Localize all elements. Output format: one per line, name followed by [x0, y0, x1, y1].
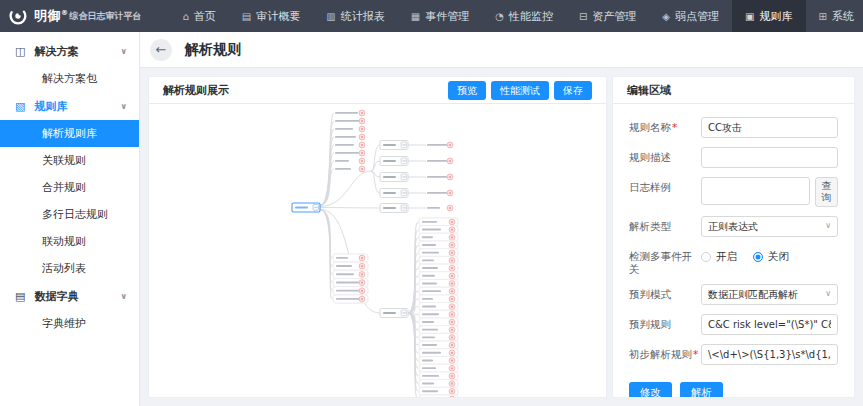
tree-leaf-node[interactable]: [419, 341, 458, 349]
tree-leaf-node[interactable]: [419, 287, 458, 295]
tree-leaf-label: [422, 344, 437, 346]
nav-item-reports[interactable]: ▥统计报表: [313, 0, 397, 32]
sidebar-item-multiline-log-rules[interactable]: 多行日志规则: [0, 201, 139, 228]
rule-tree-canvas[interactable]: [149, 104, 606, 397]
tree-leaf-node[interactable]: [419, 256, 458, 264]
tree-leaf-node[interactable]: [427, 142, 453, 148]
save-button[interactable]: 保存: [554, 81, 592, 100]
tree-leaf-node[interactable]: [419, 333, 458, 341]
sidebar-item-linkage-rules[interactable]: 联动规则: [0, 228, 139, 255]
tree-leaf-label: [422, 367, 436, 369]
chevron-down-icon: ∨: [121, 47, 128, 56]
sidebar-group-data-dictionary[interactable]: ▤ 数据字典 ∨: [0, 282, 139, 310]
tree-leaf-node[interactable]: [333, 262, 368, 270]
back-button[interactable]: ←: [150, 39, 172, 61]
tree-leaf-node[interactable]: [419, 233, 458, 241]
preview-button[interactable]: 预览: [448, 81, 486, 100]
tree-leaf-node[interactable]: [419, 326, 458, 334]
tree-leaf-node[interactable]: [419, 279, 458, 287]
tree-leaf-node[interactable]: [419, 226, 458, 234]
tree-leaf-node[interactable]: [333, 295, 368, 303]
nav-item-system[interactable]: ⊞系统: [806, 0, 863, 32]
tree-leaf-label: [422, 290, 441, 292]
radio-option-on[interactable]: 开启: [701, 250, 737, 264]
tree-branch-node[interactable]: [380, 189, 408, 198]
tree-leaf-node[interactable]: [419, 310, 458, 318]
tree-leaf-node[interactable]: [419, 295, 458, 303]
tree-leaf-node[interactable]: [419, 241, 458, 249]
required-asterisk: *: [693, 348, 698, 360]
modify-button[interactable]: 修改: [629, 382, 672, 397]
sidebar-item-activity-list[interactable]: 活动列表: [0, 255, 139, 282]
sidebar-item-solution-pack[interactable]: 解决方案包: [0, 65, 139, 92]
sidebar-item-merge-rules[interactable]: 合并规则: [0, 174, 139, 201]
tree-branch-node[interactable]: [380, 309, 408, 318]
tree-leaf-node[interactable]: [333, 254, 368, 262]
solutions-icon: ◫: [15, 45, 25, 58]
tree-branch-node[interactable]: [380, 204, 408, 213]
nav-item-rulebase[interactable]: ▣规则库: [732, 0, 805, 32]
tree-leaf-node[interactable]: [333, 278, 368, 286]
tree-leaf-node[interactable]: [419, 395, 458, 397]
tree-leaf-node[interactable]: [335, 166, 365, 172]
tree-leaf-node[interactable]: [333, 270, 368, 278]
tree-leaf-node[interactable]: [419, 380, 458, 388]
tree-leaf-node[interactable]: [335, 118, 365, 124]
tree-leaf-node[interactable]: [419, 303, 458, 311]
nav-item-weakness[interactable]: ◈弱点管理: [649, 0, 732, 32]
tree-leaf-node[interactable]: [419, 387, 458, 395]
tree-leaf-node[interactable]: [427, 158, 453, 164]
tree-branch-node[interactable]: [380, 173, 408, 182]
tree-leaf-node[interactable]: [419, 218, 458, 226]
tree-leaf-label: [422, 252, 439, 254]
nav-item-audit-overview[interactable]: ▤审计概要: [229, 0, 313, 32]
sidebar-item-correlation-rules[interactable]: 关联规则: [0, 147, 139, 174]
sidebar-group-solutions[interactable]: ◫ 解决方案 ∨: [0, 37, 139, 65]
tree-leaf-node[interactable]: [335, 150, 365, 156]
initial-parse-rule-input[interactable]: [701, 344, 838, 365]
query-button[interactable]: 查询: [815, 177, 838, 207]
tree-leaf-node[interactable]: [427, 190, 453, 196]
sidebar-group-rulebase[interactable]: ▧ 规则库 ∨: [0, 92, 139, 120]
tree-leaf-node[interactable]: [335, 142, 365, 148]
radio-option-off[interactable]: 关闭: [753, 250, 789, 264]
tree-leaf-label: [422, 267, 438, 269]
tree-leaf-node[interactable]: [333, 287, 368, 295]
nav-item-home[interactable]: ⌂首页: [170, 0, 229, 32]
parse-type-select[interactable]: 正则表达式 ∨: [701, 216, 838, 237]
performance-test-button[interactable]: 性能测试: [491, 81, 549, 100]
tree-leaf-node[interactable]: [335, 110, 365, 116]
tree-leaf-node[interactable]: [419, 364, 458, 372]
rule-desc-input[interactable]: [701, 147, 838, 168]
tree-leaf-label: [335, 168, 351, 170]
nav-item-events[interactable]: ▦事件管理: [398, 0, 482, 32]
rule-name-input[interactable]: [701, 117, 838, 138]
tree-leaf-node[interactable]: [335, 134, 365, 140]
tree-leaf-label: [422, 259, 434, 261]
tree-leaf-node[interactable]: [419, 349, 458, 357]
tree-leaf-node[interactable]: [419, 318, 458, 326]
tree-leaf-node[interactable]: [427, 174, 453, 180]
tree-leaf-node[interactable]: [419, 372, 458, 380]
tree-leaf-node[interactable]: [427, 205, 453, 211]
tree-leaf-node[interactable]: [419, 356, 458, 364]
tree-leaf-node[interactable]: [335, 126, 365, 132]
sidebar-item-parse-rulebase[interactable]: 解析规则库: [0, 120, 139, 147]
parse-button[interactable]: 解析: [680, 382, 723, 397]
nav-item-performance[interactable]: ◔性能监控: [482, 0, 566, 32]
log-sample-textarea[interactable]: [701, 177, 810, 205]
nav-item-assets[interactable]: ⊟资产管理: [566, 0, 649, 32]
tree-leaf-node[interactable]: [419, 272, 458, 280]
tree-leaf-label: [422, 360, 433, 362]
tree-branch-node[interactable]: [380, 157, 408, 166]
radio-icon: [753, 252, 763, 262]
monitor-icon: ◔: [495, 11, 504, 22]
sidebar-item-dictionary-maintenance[interactable]: 字典维护: [0, 310, 139, 337]
tree-branch-node[interactable]: [380, 141, 408, 150]
tree-root-node[interactable]: [292, 203, 320, 212]
prejudge-rule-input[interactable]: [701, 314, 838, 335]
prejudge-mode-select[interactable]: 数据正则匹配再解析 ∨: [701, 284, 838, 305]
tree-leaf-node[interactable]: [419, 249, 458, 257]
tree-leaf-node[interactable]: [335, 158, 365, 164]
tree-leaf-node[interactable]: [419, 264, 458, 272]
